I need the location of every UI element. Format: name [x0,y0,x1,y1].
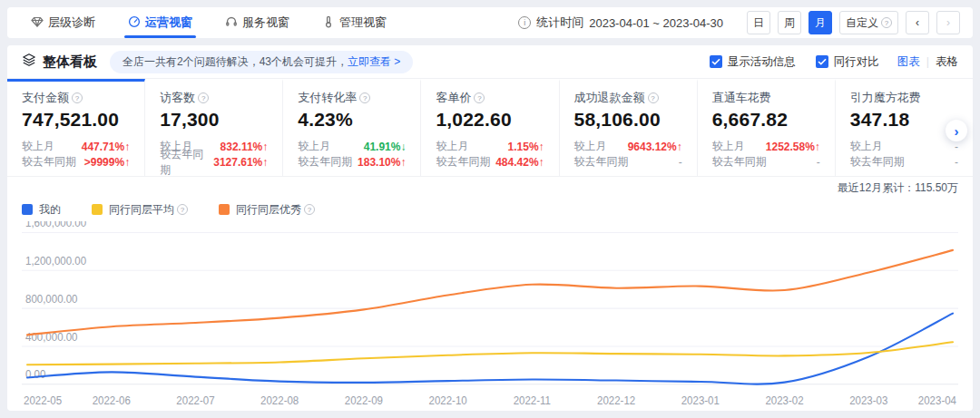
yoy-change: - [817,156,820,169]
mom-change: 832.11%↑ [220,141,269,153]
legend-item-mine[interactable]: 我的 [22,202,61,218]
gauge-icon [128,15,141,31]
view-tabs: 层级诊断 运营视窗 服务视窗 管理视窗 [27,7,416,38]
svg-text:2022-11: 2022-11 [514,394,551,405]
table-view-toggle[interactable]: 表格 [936,54,958,70]
period-month-button[interactable]: 月 [808,11,832,34]
yoy-change: >9999%↑ [84,156,130,169]
divider: | [926,55,929,68]
yoy-change: - [955,156,958,169]
view-switch: 图表 | 表格 [897,54,958,70]
cards-scroll-right-button[interactable]: › [946,120,967,141]
gem-icon [31,15,44,31]
period-week-button[interactable]: 周 [778,11,801,34]
question-icon[interactable]: ? [72,92,83,103]
mom-change: 1.15%↑ [508,141,544,153]
tab-service-view[interactable]: 服务视窗 [221,7,293,38]
period-custom-button[interactable]: 自定义 ? [839,11,898,34]
board-header: 整体看板 全店一共有2个问题待解决，43个机会可提升， 立即查看 > 显示活动信… [7,45,973,79]
metric-value: 347.18 [850,109,958,131]
metric-value: 1,022.60 [436,109,544,131]
mom-change: 447.71%↑ [82,141,130,153]
svg-text:2022-08: 2022-08 [260,394,299,405]
checkbox-checked-icon [816,55,828,68]
legend-swatch [219,204,230,215]
mom-change: 1252.58%↑ [766,141,820,153]
svg-text:2022-10: 2022-10 [429,394,468,405]
metric-value: 17,300 [160,109,268,131]
statistic-time: i 统计时间 2023-04-01 ~ 2023-04-30 [518,15,723,31]
tab-label: 服务视窗 [242,15,289,31]
svg-text:1,600,000.00: 1,600,000.00 [25,221,87,228]
metric-card-avg-order-value[interactable]: 客单价? 1,022.60 较上月1.15%↑ 较去年同期484.42%↑ [421,79,559,176]
info-icon: i [518,16,531,29]
svg-text:2022-05: 2022-05 [24,394,63,405]
peer-compare-checkbox[interactable]: 同行对比 [816,54,879,70]
overview-panel: 整体看板 全店一共有2个问题待解决，43个机会可提升， 立即查看 > 显示活动信… [7,45,973,411]
tab-label: 管理视窗 [339,15,387,31]
metric-card-payment-amount[interactable]: 支付金额? 747,521.00 较上月447.71%↑ 较去年同期>9999%… [7,79,145,176]
date-controls: i 统计时间 2023-04-01 ~ 2023-04-30 日 周 月 自定义… [518,11,960,34]
metric-value: 4.23% [298,109,406,131]
mom-change: - [955,141,958,153]
question-icon: ? [881,17,892,28]
svg-text:2023-03: 2023-03 [849,394,888,405]
legend-item-peer-average[interactable]: 同行同层平均 ? [92,202,188,218]
page-title: 整体看板 [43,53,97,71]
question-icon[interactable]: ? [474,92,485,103]
layers-icon [22,53,36,71]
tab-operations-view[interactable]: 运营视窗 [124,7,196,38]
svg-text:0.00: 0.00 [25,368,46,380]
metric-cards-row: 支付金额? 747,521.00 较上月447.71%↑ 较去年同期>9999%… [7,79,973,177]
svg-text:2022-09: 2022-09 [345,394,383,405]
period-day-button[interactable]: 日 [747,11,770,34]
question-icon[interactable]: ? [198,92,209,103]
top-navigation-bar: 层级诊断 运营视窗 服务视窗 管理视窗 i 统计时间 2023-04-01 ~ … [7,7,973,38]
question-icon: ? [304,204,315,215]
svg-text:1,200,000.00: 1,200,000.00 [25,255,87,267]
legend-item-peer-excellent[interactable]: 同行同层优秀 ? [219,202,315,218]
metric-value: 6,667.82 [712,109,820,131]
line-chart-svg: 0.00400,000.00800,000.001,200,000.001,60… [22,221,958,411]
svg-text:2022-07: 2022-07 [176,394,214,405]
statistic-time-range: 2023-04-01 ~ 2023-04-30 [589,16,723,30]
mom-change: 9643.12%↑ [628,141,682,153]
metric-card-conversion-rate[interactable]: 支付转化率? 4.23% 较上月41.91%↓ 较去年同期183.10%↑ [283,79,421,176]
view-now-link[interactable]: 立即查看 > [348,54,400,70]
metric-value: 747,521.00 [22,109,130,131]
chart-view-toggle[interactable]: 图表 [897,54,920,70]
show-activity-checkbox[interactable]: 显示活动信息 [710,54,796,70]
prev-period-button[interactable]: ‹ [906,11,929,34]
metric-card-express-train-cost[interactable]: 直通车花费 6,667.82 较上月1252.58%↑ 较去年同期- [698,79,836,176]
svg-text:2022-12: 2022-12 [597,394,635,405]
notice-banner: 全店一共有2个问题待解决，43个机会可提升， 立即查看 > [110,51,413,73]
metric-card-refund-amount[interactable]: 成功退款金额? 58,106.00 较上月9643.12%↑ 较去年同期- [560,79,698,176]
chart-legend: 我的 同行同层平均 ? 同行同层优秀 ? [7,199,973,219]
yoy-change: - [679,156,682,169]
svg-text:2023-04: 2023-04 [918,394,957,405]
question-icon[interactable]: ? [359,92,370,103]
statistic-time-label: 统计时间 [536,15,583,31]
svg-text:800,000.00: 800,000.00 [25,293,78,305]
thermometer-icon [322,15,335,31]
tab-label: 层级诊断 [48,15,95,31]
yoy-change: 484.42%↑ [495,156,544,169]
tab-level-diagnosis[interactable]: 层级诊断 [27,7,99,38]
metric-card-visitors[interactable]: 访客数? 17,300 较上月832.11%↑ 较去年同期3127.61%↑ [145,79,283,176]
svg-text:2023-01: 2023-01 [681,394,720,405]
tab-label: 运营视窗 [145,15,192,31]
yoy-change: 183.10%↑ [358,156,406,169]
headset-icon [225,15,238,31]
legend-swatch [92,204,103,215]
tab-management-view[interactable]: 管理视窗 [318,7,390,38]
legend-swatch [22,204,33,215]
page: 层级诊断 运营视窗 服务视窗 管理视窗 i 统计时间 2023-04-01 ~ … [0,0,980,418]
next-period-button[interactable]: › [936,11,960,34]
yoy-change: 3127.61%↑ [213,156,268,169]
svg-text:2023-02: 2023-02 [765,394,803,405]
checkbox-checked-icon [710,55,722,68]
question-icon[interactable]: ? [648,92,659,103]
mom-change: 41.91%↓ [364,141,407,153]
trend-line-chart: 0.00400,000.00800,000.001,200,000.001,60… [7,219,973,411]
metric-value: 58,106.00 [574,109,682,131]
